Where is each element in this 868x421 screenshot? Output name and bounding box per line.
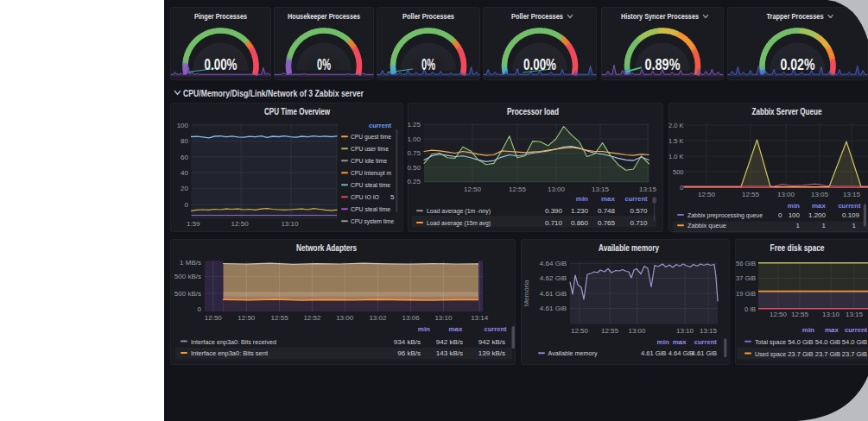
svg-text:Available memory: Available memory	[548, 349, 598, 357]
svg-text:12:52: 12:52	[303, 314, 321, 322]
svg-text:100: 100	[177, 122, 189, 129]
svg-text:CPU guest time: CPU guest time	[351, 133, 391, 141]
svg-text:0: 0	[778, 211, 782, 219]
svg-text:Available memory: Available memory	[599, 243, 659, 253]
svg-text:max: max	[601, 195, 616, 203]
svg-text:0%: 0%	[317, 56, 331, 73]
svg-text:0 iB: 0 iB	[744, 305, 756, 313]
svg-text:12:50: 12:50	[231, 220, 250, 228]
svg-text:4.61 GiB: 4.61 GiB	[540, 290, 567, 298]
svg-text:12:50: 12:50	[770, 311, 788, 318]
svg-text:max: max	[812, 202, 827, 210]
svg-text:0: 0	[185, 201, 189, 209]
svg-text:23.7 GiB: 23.7 GiB	[815, 350, 840, 358]
svg-text:0.00%: 0.00%	[523, 56, 556, 73]
svg-text:Total space: Total space	[755, 338, 786, 346]
svg-text:19 GiB: 19 GiB	[736, 290, 756, 298]
svg-text:13:15: 13:15	[700, 327, 718, 335]
svg-text:CPU user time: CPU user time	[351, 145, 389, 153]
svg-text:12:50: 12:50	[698, 191, 716, 198]
svg-text:0.710: 0.710	[545, 219, 563, 227]
svg-text:Interface enp3a0: Bits receive: Interface enp3a0: Bits received	[191, 338, 276, 346]
svg-text:40: 40	[181, 169, 188, 177]
svg-text:37 GiB: 37 GiB	[736, 274, 756, 282]
svg-text:12:55: 12:55	[271, 314, 289, 322]
svg-text:0.89%: 0.89%	[645, 56, 681, 73]
svg-text:500 kB/s: 500 kB/s	[174, 273, 201, 280]
svg-text:500 kB/s: 500 kB/s	[174, 290, 201, 298]
svg-text:0.00%: 0.00%	[205, 56, 238, 73]
svg-text:1.25: 1.25	[407, 121, 421, 129]
svg-text:13:06: 13:06	[402, 314, 421, 322]
svg-text:60: 60	[181, 154, 188, 161]
svg-text:0: 0	[680, 184, 683, 192]
svg-text:max: max	[825, 326, 839, 334]
svg-text:History Syncer Processes: History Syncer Processes	[621, 11, 699, 21]
svg-text:143 kB/s: 143 kB/s	[436, 349, 463, 357]
svg-text:2.0 K: 2.0 K	[668, 122, 684, 129]
svg-text:Memória: Memória	[523, 280, 530, 307]
svg-text:13:15: 13:15	[592, 185, 610, 193]
svg-text:CPU IO IO: CPU IO IO	[351, 193, 379, 201]
svg-text:13:00: 13:00	[628, 327, 646, 335]
svg-text:0: 0	[198, 305, 202, 313]
svg-text:13:05: 13:05	[811, 191, 829, 198]
svg-text:0.570: 0.570	[630, 207, 648, 215]
svg-text:0.50: 0.50	[407, 164, 421, 172]
svg-text:CPU system time: CPU system time	[351, 217, 394, 225]
svg-text:1: 1	[852, 222, 857, 229]
svg-text:12:55: 12:55	[742, 191, 760, 198]
svg-text:4.61 GiB: 4.61 GiB	[692, 349, 717, 357]
svg-text:12:50: 12:50	[205, 314, 223, 322]
svg-text:500: 500	[673, 168, 684, 176]
svg-text:Poller Processes: Poller Processes	[511, 11, 563, 21]
svg-text:min: min	[657, 338, 669, 346]
svg-text:934 kB/s: 934 kB/s	[394, 338, 421, 346]
svg-text:54.0 GiB: 54.0 GiB	[815, 338, 840, 346]
svg-text:1:59: 1:59	[187, 220, 200, 228]
svg-text:139 kB/s: 139 kB/s	[478, 349, 505, 357]
svg-text:12:50: 12:50	[238, 314, 256, 322]
svg-text:0.765: 0.765	[598, 219, 616, 227]
svg-text:Processor load: Processor load	[507, 107, 559, 116]
svg-text:0%: 0%	[421, 56, 435, 73]
svg-text:13:10: 13:10	[822, 311, 840, 318]
svg-text:12:55: 12:55	[601, 327, 619, 335]
svg-text:54.0 GiB: 54.0 GiB	[788, 338, 813, 346]
svg-text:0.109: 0.109	[842, 211, 860, 219]
svg-text:1 MB/s: 1 MB/s	[180, 259, 201, 267]
svg-text:4.64 GiB: 4.64 GiB	[540, 260, 567, 267]
svg-text:12:50: 12:50	[571, 327, 589, 335]
svg-text:current: current	[694, 338, 717, 346]
svg-text:13:00: 13:00	[548, 185, 566, 193]
svg-text:CPU idle time: CPU idle time	[351, 157, 387, 165]
svg-text:Housekeeper Processes: Housekeeper Processes	[288, 11, 360, 21]
svg-text:current: current	[625, 195, 648, 203]
svg-text:Zabbix preprocessing queue: Zabbix preprocessing queue	[687, 211, 763, 219]
svg-text:CPU Intenupt m: CPU Intenupt m	[351, 169, 391, 177]
svg-text:CPU Time Overview: CPU Time Overview	[264, 107, 330, 116]
svg-text:54.0 GiB: 54.0 GiB	[842, 338, 867, 346]
svg-text:0.748: 0.748	[598, 207, 616, 215]
svg-text:0.860: 0.860	[571, 219, 589, 227]
svg-text:1.230: 1.230	[571, 207, 589, 215]
svg-text:5: 5	[390, 193, 395, 201]
svg-text:23.7 GiB: 23.7 GiB	[788, 350, 813, 358]
svg-text:0.02%: 0.02%	[781, 56, 815, 73]
svg-text:56 GiB: 56 GiB	[736, 260, 756, 267]
svg-text:4.64 GiB: 4.64 GiB	[668, 349, 694, 357]
svg-text:current: current	[369, 122, 391, 129]
svg-text:0.75: 0.75	[407, 149, 421, 157]
svg-text:13:10: 13:10	[281, 220, 299, 228]
svg-text:max: max	[448, 325, 463, 333]
svg-text:12:55: 12:55	[509, 185, 527, 193]
svg-text:min: min	[418, 325, 430, 333]
svg-text:4.61 GiB: 4.61 GiB	[641, 349, 666, 357]
svg-text:0.710: 0.710	[630, 219, 648, 227]
svg-text:1.5 K: 1.5 K	[668, 137, 684, 145]
svg-text:20: 20	[181, 185, 188, 192]
svg-text:1.200: 1.200	[808, 211, 827, 219]
svg-text:Zabbix queue: Zabbix queue	[687, 222, 727, 229]
svg-text:12:55: 12:55	[791, 311, 809, 318]
svg-text:13:10: 13:10	[434, 314, 453, 322]
